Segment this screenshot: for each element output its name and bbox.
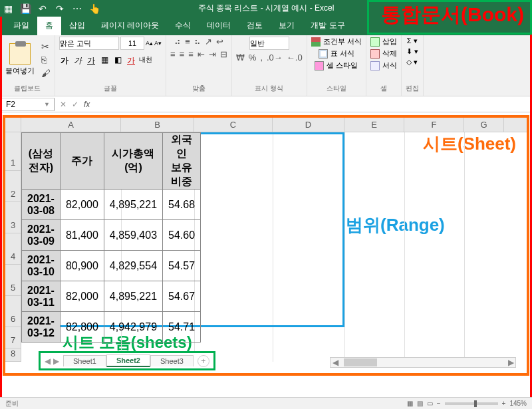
clear-button[interactable]: ◇ ▾ (406, 58, 418, 67)
scroll-left-icon[interactable]: ◀ (331, 358, 340, 367)
cut-icon[interactable]: ✂ (41, 41, 51, 52)
zoom-out-icon[interactable]: − (437, 400, 441, 407)
fill-color-button[interactable]: ◧ (112, 55, 123, 67)
enter-formula-icon[interactable]: ✓ (72, 100, 78, 109)
number-format-select[interactable] (249, 37, 289, 50)
horizontal-scrollbar[interactable]: ◀ ▶ (330, 357, 516, 368)
tab-dev[interactable]: 개발 도구 (303, 16, 352, 35)
align-left-icon[interactable]: ≡ (170, 49, 176, 59)
select-all-corner[interactable] (5, 118, 21, 132)
delete-cells-button[interactable]: 삭제 (370, 49, 397, 59)
font-color-button[interactable]: 가 (126, 55, 136, 67)
view-layout-icon[interactable]: ▤ (417, 400, 423, 407)
header-foreign[interactable]: 외국인 보유비중 (163, 133, 201, 190)
redo-icon[interactable]: ↷ (55, 3, 65, 14)
formula-input[interactable] (94, 98, 532, 111)
row-header-3[interactable]: 3 (5, 202, 21, 233)
align-right-icon[interactable]: ≡ (188, 49, 194, 59)
underline-button[interactable]: 가 (86, 55, 96, 67)
sheet-tab-2[interactable]: Sheet2 (106, 354, 150, 367)
row-header-1[interactable]: 1 (5, 132, 21, 171)
tab-view[interactable]: 보기 (271, 16, 303, 35)
scroll-thumb[interactable] (344, 358, 377, 366)
table-row: 2021-03-1080,9004,829,55454.57 (22, 251, 201, 281)
border-button[interactable]: ▦ (99, 55, 110, 67)
add-sheet-button[interactable]: + (198, 355, 209, 367)
sheet-nav-prev-icon[interactable]: ◀ (45, 356, 51, 366)
decrease-font-icon[interactable]: A▾ (154, 40, 162, 47)
italic-button[interactable]: 가 (72, 55, 83, 67)
view-normal-icon[interactable]: ▦ (407, 400, 413, 407)
table-format-button[interactable]: 표 서식 (319, 49, 354, 59)
align-bottom-icon[interactable]: ⠦ (194, 37, 201, 47)
sheet-tab-3[interactable]: Sheet3 (150, 355, 194, 366)
tab-file[interactable]: 파일 (5, 16, 37, 35)
col-header-c[interactable]: C (194, 118, 273, 132)
copy-icon[interactable]: ⎘ (41, 55, 51, 65)
align-center-icon[interactable]: ≡ (180, 49, 185, 59)
row-header-5[interactable]: 5 (5, 265, 21, 296)
header-name[interactable]: (삼성전자) (22, 133, 61, 190)
row-header-6[interactable]: 6 (5, 296, 21, 327)
sheet-nav-next-icon[interactable]: ▶ (53, 356, 59, 366)
autosum-button[interactable]: Σ ▾ (407, 37, 418, 45)
scroll-right-icon[interactable]: ▶ (506, 358, 515, 367)
insert-cells-button[interactable]: 삽입 (370, 37, 397, 47)
bold-button[interactable]: 가 (59, 55, 70, 67)
formula-bar: F2▼ ✕ ✓ fx (0, 96, 532, 112)
save-icon[interactable]: 💾 (20, 3, 31, 14)
col-header-g[interactable]: G (464, 118, 504, 132)
cell-style-button[interactable]: 셀 스타일 (315, 61, 358, 70)
orientation-icon[interactable]: ↗ (205, 37, 212, 47)
zoom-slider[interactable] (445, 402, 498, 405)
header-cap[interactable]: 시가총액 (억) (104, 133, 162, 190)
font-name-select[interactable] (59, 37, 119, 50)
undo-icon[interactable]: ↶ (37, 3, 48, 14)
align-top-icon[interactable]: ⠴ (174, 37, 181, 47)
inc-decimal-icon[interactable]: .0→ (267, 53, 283, 63)
dec-decimal-icon[interactable]: ←.0 (287, 53, 303, 63)
row-header-2[interactable]: 2 (5, 171, 21, 202)
currency-icon[interactable]: ₩ (236, 53, 245, 63)
font-size-select[interactable] (120, 37, 144, 50)
tab-insert[interactable]: 삽입 (61, 16, 93, 35)
worksheet-grid[interactable]: A B C D E F G 1 2 3 4 5 6 7 8 (5, 118, 527, 373)
zoom-in-icon[interactable]: + (502, 400, 506, 407)
col-header-a[interactable]: A (21, 118, 121, 132)
touch-mode-icon[interactable]: 👆 (89, 3, 100, 14)
increase-font-icon[interactable]: A▴ (146, 40, 153, 47)
col-header-b[interactable]: B (121, 118, 194, 132)
cancel-formula-icon[interactable]: ✕ (60, 100, 66, 109)
indent-inc-icon[interactable]: ⇥ (209, 49, 216, 59)
col-header-d[interactable]: D (273, 118, 344, 132)
cond-format-button[interactable]: 조건부 서식 (311, 37, 362, 47)
fill-button[interactable]: ⬇ ▾ (406, 47, 418, 56)
align-middle-icon[interactable]: ≡ (185, 37, 190, 47)
col-header-e[interactable]: E (344, 118, 404, 132)
tab-review[interactable]: 검토 (239, 16, 271, 35)
row-header-4[interactable]: 4 (5, 233, 21, 265)
name-box[interactable]: F2▼ (1, 98, 55, 111)
merge-icon[interactable]: ⊟ (220, 49, 227, 59)
tab-home[interactable]: 홈 (37, 16, 61, 35)
header-price[interactable]: 주가 (60, 133, 104, 190)
wrap-text-icon[interactable]: ↩ (216, 37, 223, 47)
sheet-tab-1[interactable]: Sheet1 (63, 355, 106, 366)
indent-dec-icon[interactable]: ⇤ (198, 49, 205, 59)
format-painter-icon[interactable]: 🖌 (41, 68, 51, 78)
view-pagebreak-icon[interactable]: ▭ (427, 400, 433, 407)
comma-icon[interactable]: , (260, 53, 263, 63)
tab-data[interactable]: 데이터 (199, 16, 239, 35)
phonetic-button[interactable]: 내천 (139, 55, 152, 67)
col-header-f[interactable]: F (404, 118, 464, 132)
qat-more-icon[interactable]: ⋯ (72, 3, 82, 14)
tab-formula[interactable]: 수식 (167, 16, 199, 35)
paste-button[interactable]: 붙여넣기 (4, 43, 36, 76)
zoom-level[interactable]: 145% (509, 400, 527, 407)
row-header-7[interactable]: 7 (5, 327, 21, 348)
row-header-8[interactable]: 8 (5, 348, 21, 362)
tab-layout[interactable]: 페이지 레이아웃 (93, 16, 167, 35)
fx-icon[interactable]: fx (84, 100, 90, 109)
percent-icon[interactable]: % (249, 53, 257, 63)
format-cells-button[interactable]: 서식 (370, 61, 397, 70)
